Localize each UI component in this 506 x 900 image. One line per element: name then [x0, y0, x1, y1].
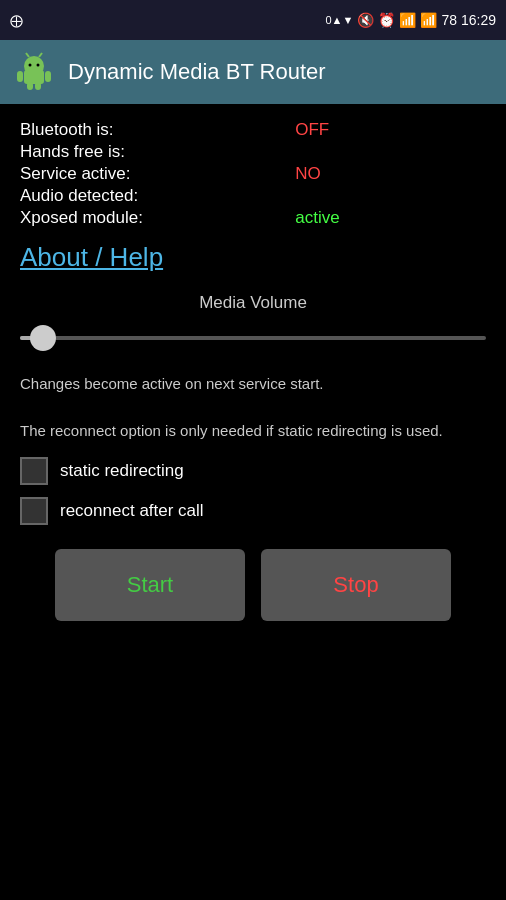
volume-label: Media Volume — [20, 293, 486, 313]
checkbox-reconnect[interactable] — [20, 497, 48, 525]
usb-icon: ⨁ — [10, 13, 23, 28]
volume-slider-thumb[interactable] — [30, 325, 56, 351]
info-text-2: The reconnect option is only needed if s… — [20, 420, 486, 441]
status-bar: ⨁ 0▲▼ 🔇 ⏰ 📶 📶 78 16:29 — [0, 0, 506, 40]
mute-icon: 🔇 — [357, 12, 374, 28]
alarm-icon: ⏰ — [378, 12, 395, 28]
svg-rect-1 — [24, 70, 44, 84]
buttons-row: Start Stop — [20, 549, 486, 621]
svg-rect-9 — [35, 82, 41, 90]
service-value: NO — [295, 164, 486, 184]
volume-section: Media Volume — [20, 293, 486, 353]
svg-rect-7 — [45, 71, 51, 82]
audio-label: Audio detected: — [20, 186, 289, 206]
wifi-icon: 📶 — [399, 12, 416, 28]
volume-slider-track — [20, 336, 486, 340]
svg-line-4 — [26, 53, 29, 57]
app-title: Dynamic Media BT Router — [68, 59, 326, 85]
volume-slider-container — [20, 323, 486, 353]
handsfree-label: Hands free is: — [20, 142, 289, 162]
xposed-value: active — [295, 208, 486, 228]
sort-icon: 0▲▼ — [325, 14, 353, 26]
info-text-1: Changes become active on next service st… — [20, 373, 486, 394]
bluetooth-value: OFF — [295, 120, 486, 140]
svg-rect-6 — [17, 71, 23, 82]
checkbox-section: static redirecting reconnect after call — [20, 457, 486, 525]
checkbox-reconnect-label: reconnect after call — [60, 501, 204, 521]
stop-button[interactable]: Stop — [261, 549, 451, 621]
service-label: Service active: — [20, 164, 289, 184]
start-button[interactable]: Start — [55, 549, 245, 621]
checkbox-row-reconnect: reconnect after call — [20, 497, 486, 525]
status-grid: Bluetooth is: OFF Hands free is: Service… — [20, 120, 486, 228]
svg-point-3 — [37, 64, 40, 67]
bluetooth-label: Bluetooth is: — [20, 120, 289, 140]
signal-icon: 📶 — [420, 12, 437, 28]
title-bar: Dynamic Media BT Router — [0, 40, 506, 104]
svg-line-5 — [39, 53, 42, 57]
checkbox-row-static: static redirecting — [20, 457, 486, 485]
status-left: ⨁ — [10, 13, 23, 28]
svg-point-2 — [29, 64, 32, 67]
status-right: 0▲▼ 🔇 ⏰ 📶 📶 78 16:29 — [325, 12, 496, 28]
main-content: Bluetooth is: OFF Hands free is: Service… — [0, 104, 506, 637]
battery-level: 78 — [441, 12, 457, 28]
app-icon — [14, 52, 54, 92]
time-display: 16:29 — [461, 12, 496, 28]
checkbox-static-redirecting[interactable] — [20, 457, 48, 485]
about-help-link[interactable]: About / Help — [20, 242, 163, 273]
xposed-label: Xposed module: — [20, 208, 289, 228]
svg-rect-8 — [27, 82, 33, 90]
checkbox-static-label: static redirecting — [60, 461, 184, 481]
